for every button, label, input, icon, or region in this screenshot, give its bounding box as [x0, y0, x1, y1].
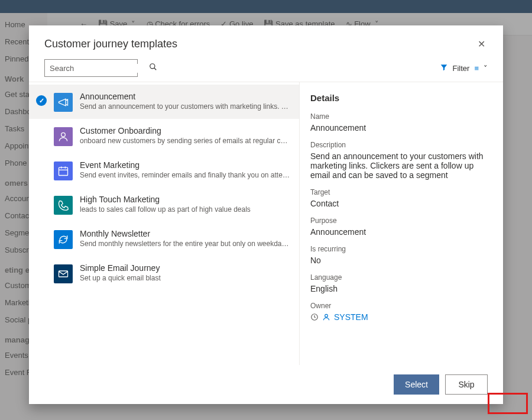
template-row[interactable]: Customer Onboardingonboard new customers… [29, 119, 299, 153]
filter-icon[interactable] [440, 63, 448, 73]
recurring-label: Is recurring [310, 245, 486, 253]
name-label: Name [310, 112, 486, 121]
purpose-label: Purpose [310, 217, 486, 225]
person-icon [322, 313, 330, 321]
template-desc: leads to sales call follow up as part of… [80, 205, 291, 214]
row-check-icon [36, 95, 47, 106]
person-icon [54, 127, 73, 146]
purpose-value: Announcement [310, 227, 486, 237]
chevron-down-icon[interactable]: ˅ [484, 64, 488, 73]
svg-rect-3 [59, 167, 68, 175]
template-desc: Set up a quick email blast [80, 274, 291, 282]
template-row[interactable]: High Touch Marketingleads to sales call … [29, 188, 299, 222]
recurring-value: No [310, 256, 486, 265]
filter-button[interactable]: Filter [453, 64, 470, 73]
description-label: Description [310, 141, 486, 149]
clock-icon [310, 313, 319, 321]
template-name: High Touch Marketing [80, 195, 291, 204]
template-name: Monthly Newsletter [80, 229, 291, 238]
close-icon[interactable]: ✕ [475, 36, 488, 52]
template-list: AnnouncementSend an announcement to your… [29, 82, 300, 365]
details-heading: Details [310, 93, 486, 103]
template-name: Event Marketing [80, 160, 291, 170]
template-picker-dialog: Customer journey templates ✕ Filter ≡ ˅ … [29, 25, 503, 404]
row-check-icon [36, 164, 47, 175]
template-desc: onboard new customers by sending series … [80, 137, 291, 145]
select-button[interactable]: Select [394, 374, 439, 395]
sort-icon[interactable]: ≡ [474, 64, 479, 73]
dialog-title: Customer journey templates [44, 38, 177, 50]
row-check-icon [36, 232, 47, 243]
target-label: Target [310, 188, 486, 196]
template-name: Announcement [80, 92, 291, 101]
template-desc: Send monthly newsletters for the entire … [80, 240, 291, 248]
svg-point-0 [150, 64, 155, 69]
template-row[interactable]: Simple Email JourneySet up a quick email… [29, 256, 299, 290]
row-check-icon [36, 130, 47, 140]
target-value: Contact [310, 199, 486, 208]
skip-button[interactable]: Skip [445, 374, 488, 395]
row-check-icon [36, 267, 47, 277]
template-desc: Send an announcement to your customers w… [80, 102, 291, 111]
svg-rect-7 [59, 271, 68, 277]
svg-point-9 [325, 314, 328, 317]
calendar-icon [54, 161, 73, 180]
owner-label: Owner [310, 302, 486, 310]
phone-icon [54, 196, 73, 215]
refresh-icon [54, 230, 73, 249]
search-input-wrapper[interactable] [44, 59, 138, 77]
row-check-icon [36, 198, 47, 209]
description-value: Send an announcement to your customers w… [310, 151, 486, 180]
template-name: Simple Email Journey [80, 263, 291, 273]
template-desc: Send event invites, reminder emails and … [80, 171, 291, 179]
megaphone-icon [54, 93, 73, 112]
name-value: Announcement [310, 123, 486, 133]
mail-icon [54, 264, 73, 283]
svg-line-1 [154, 68, 157, 70]
details-panel: Details Name Announcement Description Se… [300, 82, 503, 365]
template-name: Customer Onboarding [80, 126, 291, 135]
language-label: Language [310, 273, 486, 282]
search-input[interactable] [50, 64, 149, 73]
search-icon[interactable] [149, 63, 157, 73]
template-row[interactable]: AnnouncementSend an announcement to your… [29, 85, 299, 119]
svg-point-2 [61, 133, 66, 137]
template-row[interactable]: Event MarketingSend event invites, remin… [29, 153, 299, 188]
owner-value[interactable]: SYSTEM [310, 312, 486, 322]
language-value: English [310, 284, 486, 293]
template-row[interactable]: Monthly NewsletterSend monthly newslette… [29, 222, 299, 256]
